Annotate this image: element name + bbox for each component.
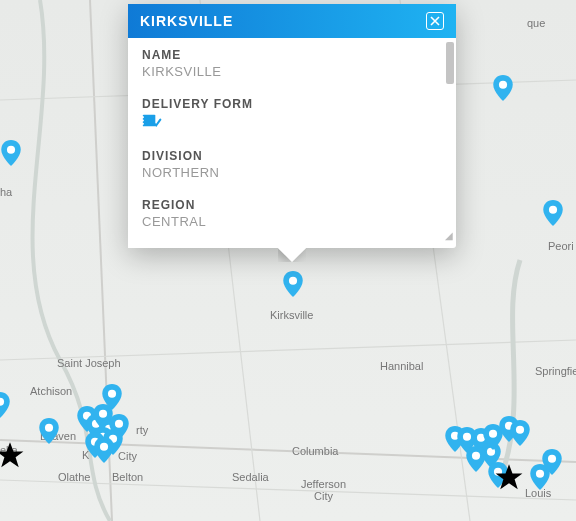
svg-point-28 xyxy=(489,430,497,438)
map-pin[interactable] xyxy=(488,462,508,488)
field-label-region: REGION xyxy=(142,198,442,212)
map-pin[interactable] xyxy=(542,449,562,475)
close-button[interactable] xyxy=(426,12,444,30)
field-label-division: DIVISION xyxy=(142,149,442,163)
popup-body: NAME KIRKSVILLE DELIVERY FORM DIVISION N… xyxy=(128,38,456,248)
svg-point-8 xyxy=(499,81,507,89)
map-pin[interactable] xyxy=(493,75,513,101)
svg-point-30 xyxy=(516,426,524,434)
svg-point-11 xyxy=(108,390,116,398)
svg-point-10 xyxy=(7,146,15,154)
svg-point-7 xyxy=(289,277,297,285)
svg-point-33 xyxy=(548,455,556,463)
scroll-thumb[interactable] xyxy=(446,42,454,84)
svg-line-2 xyxy=(0,340,576,360)
map-pin[interactable] xyxy=(1,140,21,166)
field-label-delivery: DELIVERY FORM xyxy=(142,97,442,111)
svg-point-14 xyxy=(99,410,107,418)
map-pin[interactable] xyxy=(510,420,530,446)
map-pin[interactable] xyxy=(0,392,10,418)
field-value-region: CENTRAL xyxy=(142,214,442,229)
field-label-name: NAME xyxy=(142,48,442,62)
map-pin[interactable] xyxy=(283,271,303,297)
map-pin[interactable] xyxy=(94,437,114,463)
map-canvas[interactable]: KirksvillequeSaint JosephAtchisonLeavenr… xyxy=(0,0,576,521)
popup-title: KIRKSVILLE xyxy=(140,13,233,29)
svg-point-24 xyxy=(463,433,471,441)
field-value-name: KIRKSVILLE xyxy=(142,64,442,79)
popup-scrollbar[interactable]: ◢ xyxy=(444,42,454,240)
svg-point-27 xyxy=(472,452,480,460)
svg-point-20 xyxy=(100,443,108,451)
svg-point-31 xyxy=(494,468,502,476)
popup-header: KIRKSVILLE xyxy=(128,4,456,38)
field-value-division: NORTHERN xyxy=(142,165,442,180)
map-pin[interactable] xyxy=(543,200,563,226)
map-pin[interactable] xyxy=(39,418,59,444)
location-popup: KIRKSVILLE NAME KIRKSVILLE DELIVERY FORM xyxy=(128,4,456,248)
svg-rect-34 xyxy=(143,115,155,127)
scroll-resize-icon: ◢ xyxy=(444,230,454,240)
svg-point-16 xyxy=(115,420,123,428)
svg-point-21 xyxy=(45,424,53,432)
svg-point-9 xyxy=(549,206,557,214)
ticket-check-icon[interactable] xyxy=(142,113,162,131)
